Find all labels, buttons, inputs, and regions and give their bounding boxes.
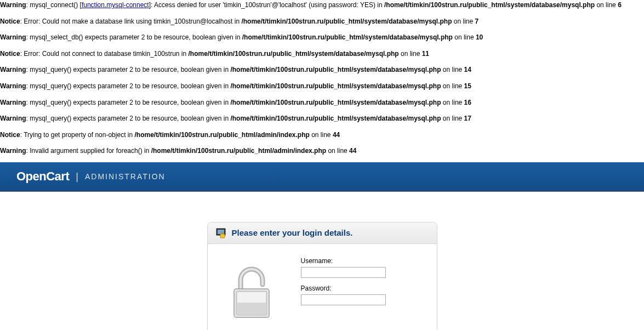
error-line-number: 17 (464, 115, 471, 122)
error-level: Warning (0, 99, 26, 106)
error-line-number: 44 (333, 131, 340, 139)
error-line-number: 10 (476, 33, 483, 41)
error-file: /home/t/timkin/100strun.ru/public_html/s… (230, 66, 441, 73)
error-level: Warning (0, 66, 26, 73)
error-file: /home/t/timkin/100strun.ru/public_html/a… (151, 147, 326, 155)
php-error-line: Notice: Error: Could not connect to data… (0, 49, 644, 65)
error-file: /home/t/timkin/100strun.ru/public_html/s… (230, 99, 441, 106)
error-line-number: 15 (464, 82, 471, 90)
error-file: /home/t/timkin/100strun.ru/public_html/s… (242, 33, 453, 41)
php-error-line: Warning: mysql_query() expects parameter… (0, 81, 644, 98)
lock-icon (215, 227, 226, 238)
php-error-line: Warning: mysql_query() expects parameter… (0, 113, 644, 130)
administration-label: ADMINISTRATION (85, 172, 166, 181)
error-line-number: 11 (422, 50, 429, 58)
error-line-number: 44 (349, 147, 356, 155)
error-file: /home/t/timkin/100strun.ru/public_html/s… (384, 1, 595, 9)
error-file: /home/t/timkin/100strun.ru/public_html/s… (230, 82, 441, 90)
php-error-line: Warning: mysql_connect() [function.mysql… (0, 0, 644, 16)
error-level: Notice (0, 18, 20, 25)
error-level: Warning (0, 115, 26, 122)
php-error-line: Warning: mysql_query() expects parameter… (0, 98, 644, 114)
login-title: Please enter your login details. (232, 228, 353, 237)
error-file: /home/t/timkin/100strun.ru/public_html/a… (134, 131, 309, 139)
error-line-number: 14 (464, 66, 471, 73)
lock-illustration (219, 257, 284, 323)
svg-rect-5 (237, 292, 266, 303)
error-line-number: 7 (475, 18, 479, 25)
error-level: Warning (0, 1, 26, 9)
svg-rect-2 (220, 234, 225, 238)
error-level: Warning (0, 33, 26, 41)
brand-divider: | (76, 171, 78, 183)
function-link[interactable]: function.mysql-connect (82, 1, 149, 9)
password-label: Password: (301, 285, 426, 292)
php-error-line: Notice: Trying to get property of non-ob… (0, 130, 644, 146)
header-bar: OpenCart | ADMINISTRATION (0, 162, 644, 192)
username-input[interactable] (301, 267, 386, 278)
login-box: Please enter your login details. Usernam… (207, 222, 437, 330)
php-error-line: Warning: Invalid argument supplied for f… (0, 146, 644, 162)
error-line-number: 6 (618, 1, 622, 9)
error-line-number: 16 (464, 99, 471, 106)
php-error-line: Notice: Error: Could not make a database… (0, 16, 644, 33)
login-head: Please enter your login details. (208, 223, 437, 244)
error-level: Notice (0, 131, 20, 139)
php-error-list: Warning: mysql_connect() [function.mysql… (0, 0, 644, 162)
content-area: Please enter your login details. Usernam… (0, 192, 644, 330)
error-file: /home/t/timkin/100strun.ru/public_html/s… (230, 115, 441, 122)
php-error-line: Warning: mysql_query() expects parameter… (0, 65, 644, 81)
error-file: /home/t/timkin/100strun.ru/public_html/s… (189, 50, 399, 58)
error-level: Warning (0, 82, 26, 90)
error-file: /home/t/timkin/100strun.ru/public_html/s… (241, 18, 452, 25)
error-level: Warning (0, 147, 26, 155)
password-input[interactable] (301, 294, 386, 305)
username-label: Username: (301, 257, 426, 265)
error-level: Notice (0, 50, 20, 58)
php-error-line: Warning: mysql_select_db() expects param… (0, 32, 644, 49)
brand-logo: OpenCart (16, 169, 69, 184)
